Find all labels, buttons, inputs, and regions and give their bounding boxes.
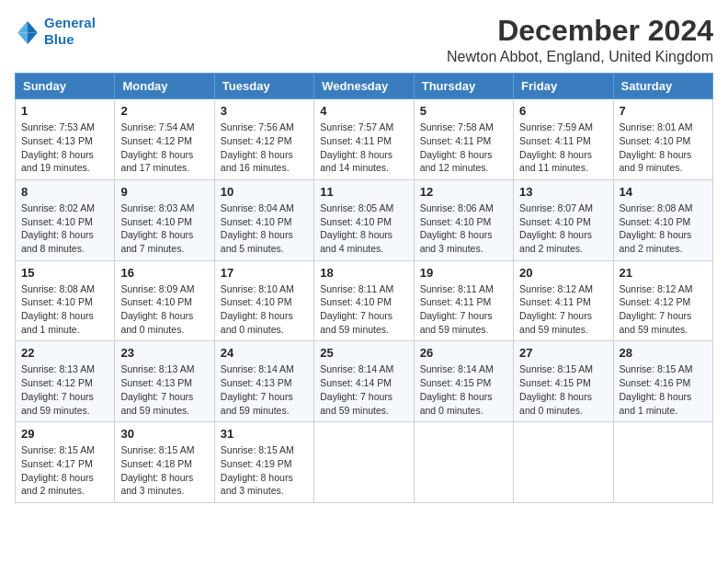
sunset-text: Sunset: 4:10 PM: [21, 295, 108, 309]
header-saturday: Saturday: [613, 74, 712, 99]
day-cell: 14 Sunrise: 8:08 AM Sunset: 4:10 PM Dayl…: [613, 179, 712, 260]
day-number: 19: [420, 266, 507, 280]
sunrise-text: Sunrise: 8:14 AM: [320, 362, 407, 376]
sunset-text: Sunset: 4:10 PM: [420, 215, 507, 229]
week-row-1: 1 Sunrise: 7:53 AM Sunset: 4:13 PM Dayli…: [16, 99, 713, 180]
day-cell: [613, 422, 712, 503]
day-info: Sunrise: 8:12 AM Sunset: 4:12 PM Dayligh…: [620, 282, 707, 337]
sunset-text: Sunset: 4:13 PM: [120, 376, 208, 390]
day-info: Sunrise: 8:14 AM Sunset: 4:14 PM Dayligh…: [320, 362, 407, 417]
daylight-text: Daylight: 8 hours and 0 minutes.: [221, 309, 308, 336]
sunset-text: Sunset: 4:10 PM: [320, 215, 407, 229]
sunset-text: Sunset: 4:10 PM: [221, 215, 308, 229]
day-number: 3: [221, 104, 308, 118]
sunset-text: Sunset: 4:10 PM: [120, 215, 208, 229]
sunrise-text: Sunrise: 7:58 AM: [420, 121, 507, 134]
day-info: Sunrise: 7:57 AM Sunset: 4:11 PM Dayligh…: [320, 121, 407, 175]
day-cell: 16 Sunrise: 8:09 AM Sunset: 4:10 PM Dayl…: [115, 260, 214, 341]
day-cell: 21 Sunrise: 8:12 AM Sunset: 4:12 PM Dayl…: [613, 260, 712, 341]
sunrise-text: Sunrise: 8:15 AM: [120, 443, 208, 457]
daylight-text: Daylight: 7 hours and 59 minutes.: [120, 390, 208, 417]
sunrise-text: Sunrise: 8:13 AM: [21, 362, 108, 376]
day-info: Sunrise: 8:13 AM Sunset: 4:13 PM Dayligh…: [120, 362, 208, 417]
day-info: Sunrise: 8:08 AM Sunset: 4:10 PM Dayligh…: [620, 201, 707, 256]
day-info: Sunrise: 7:54 AM Sunset: 4:12 PM Dayligh…: [120, 121, 208, 175]
sunrise-text: Sunrise: 8:12 AM: [620, 282, 707, 296]
daylight-text: Daylight: 8 hours and 3 minutes.: [120, 471, 208, 498]
day-info: Sunrise: 8:14 AM Sunset: 4:13 PM Dayligh…: [221, 362, 308, 417]
daylight-text: Daylight: 8 hours and 12 minutes.: [420, 148, 507, 175]
sunrise-text: Sunrise: 8:14 AM: [221, 362, 308, 376]
sunset-text: Sunset: 4:11 PM: [420, 295, 507, 309]
day-cell: [314, 422, 414, 503]
svg-marker-3: [28, 33, 38, 44]
day-number: 25: [320, 346, 407, 360]
day-number: 29: [21, 427, 108, 441]
day-number: 12: [420, 185, 507, 199]
day-info: Sunrise: 8:05 AM Sunset: 4:10 PM Dayligh…: [320, 201, 407, 256]
sunset-text: Sunset: 4:12 PM: [221, 134, 308, 148]
daylight-text: Daylight: 7 hours and 59 minutes.: [221, 390, 308, 417]
day-cell: 25 Sunrise: 8:14 AM Sunset: 4:14 PM Dayl…: [314, 341, 414, 422]
day-info: Sunrise: 8:11 AM Sunset: 4:11 PM Dayligh…: [420, 282, 507, 337]
sunrise-text: Sunrise: 8:03 AM: [120, 201, 208, 215]
sunrise-text: Sunrise: 8:08 AM: [620, 201, 707, 215]
day-cell: [514, 422, 613, 503]
sunset-text: Sunset: 4:11 PM: [519, 295, 607, 309]
day-cell: 30 Sunrise: 8:15 AM Sunset: 4:18 PM Dayl…: [115, 422, 214, 503]
day-number: 23: [120, 346, 208, 360]
sunrise-text: Sunrise: 8:01 AM: [620, 121, 707, 134]
day-number: 18: [320, 266, 407, 280]
daylight-text: Daylight: 8 hours and 5 minutes.: [221, 228, 308, 255]
sunrise-text: Sunrise: 8:15 AM: [21, 443, 108, 457]
sunset-text: Sunset: 4:17 PM: [21, 457, 108, 471]
day-cell: 28 Sunrise: 8:15 AM Sunset: 4:16 PM Dayl…: [613, 341, 712, 422]
day-number: 22: [21, 346, 108, 360]
day-number: 27: [519, 346, 607, 360]
sunrise-text: Sunrise: 7:54 AM: [120, 121, 208, 134]
header-wednesday: Wednesday: [314, 74, 414, 99]
day-info: Sunrise: 7:58 AM Sunset: 4:11 PM Dayligh…: [420, 121, 507, 175]
daylight-text: Daylight: 8 hours and 9 minutes.: [620, 148, 707, 175]
day-cell: 3 Sunrise: 7:56 AM Sunset: 4:12 PM Dayli…: [214, 99, 313, 180]
day-number: 13: [519, 185, 607, 199]
day-cell: 7 Sunrise: 8:01 AM Sunset: 4:10 PM Dayli…: [613, 99, 712, 180]
sunset-text: Sunset: 4:12 PM: [620, 295, 707, 309]
sunset-text: Sunset: 4:10 PM: [620, 134, 707, 148]
day-info: Sunrise: 7:56 AM Sunset: 4:12 PM Dayligh…: [221, 121, 308, 175]
daylight-text: Daylight: 7 hours and 59 minutes.: [519, 309, 607, 336]
sunrise-text: Sunrise: 8:06 AM: [420, 201, 507, 215]
sunrise-text: Sunrise: 8:02 AM: [21, 201, 108, 215]
day-cell: 23 Sunrise: 8:13 AM Sunset: 4:13 PM Dayl…: [115, 341, 214, 422]
day-cell: 5 Sunrise: 7:58 AM Sunset: 4:11 PM Dayli…: [414, 99, 513, 180]
sunset-text: Sunset: 4:10 PM: [519, 215, 607, 229]
svg-marker-0: [28, 21, 38, 32]
daylight-text: Daylight: 8 hours and 14 minutes.: [320, 148, 407, 175]
sunrise-text: Sunrise: 7:56 AM: [221, 121, 308, 134]
day-number: 15: [21, 266, 108, 280]
day-info: Sunrise: 8:15 AM Sunset: 4:18 PM Dayligh…: [120, 443, 208, 498]
day-cell: 22 Sunrise: 8:13 AM Sunset: 4:12 PM Dayl…: [16, 341, 115, 422]
day-number: 21: [620, 266, 707, 280]
daylight-text: Daylight: 8 hours and 2 minutes.: [21, 471, 108, 498]
svg-marker-2: [17, 33, 28, 44]
sunrise-text: Sunrise: 8:10 AM: [221, 282, 308, 296]
day-number: 24: [221, 346, 308, 360]
sunrise-text: Sunrise: 8:08 AM: [21, 282, 108, 296]
logo-icon: [15, 18, 40, 44]
day-number: 5: [420, 104, 507, 118]
day-number: 26: [420, 346, 507, 360]
day-cell: 24 Sunrise: 8:14 AM Sunset: 4:13 PM Dayl…: [214, 341, 313, 422]
day-cell: 4 Sunrise: 7:57 AM Sunset: 4:11 PM Dayli…: [314, 99, 414, 180]
day-number: 6: [519, 104, 607, 118]
sunset-text: Sunset: 4:11 PM: [420, 134, 507, 148]
week-row-4: 22 Sunrise: 8:13 AM Sunset: 4:12 PM Dayl…: [16, 341, 713, 422]
day-info: Sunrise: 8:15 AM Sunset: 4:15 PM Dayligh…: [519, 362, 607, 417]
page-header: General Blue December 2024 Newton Abbot,…: [15, 15, 713, 65]
calendar-header-row: SundayMondayTuesdayWednesdayThursdayFrid…: [16, 74, 713, 99]
sunrise-text: Sunrise: 8:11 AM: [420, 282, 507, 296]
day-cell: 10 Sunrise: 8:04 AM Sunset: 4:10 PM Dayl…: [214, 179, 313, 260]
day-number: 30: [120, 427, 208, 441]
day-number: 1: [21, 104, 108, 118]
header-tuesday: Tuesday: [214, 74, 313, 99]
